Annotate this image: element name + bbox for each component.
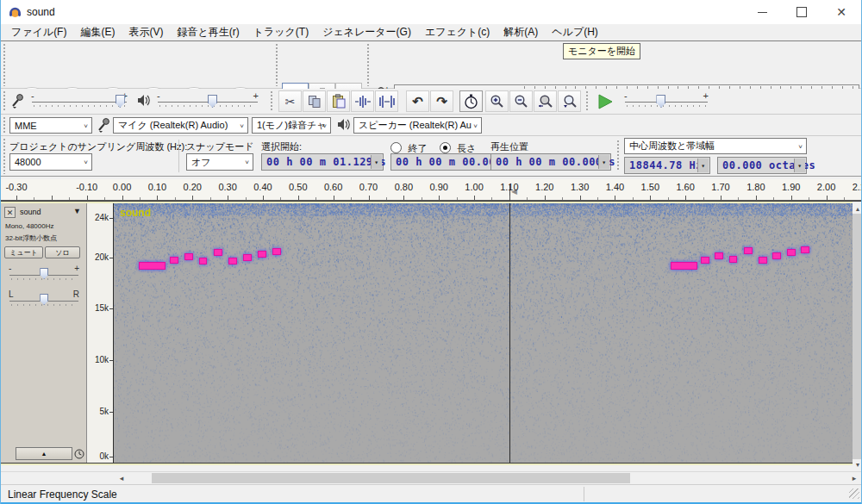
undo-button[interactable]: ↶ [406,90,429,112]
playback-volume-slider[interactable]: - + [158,92,258,109]
horizontal-scrollbar[interactable]: ◂ ▸ [1,471,861,484]
bandwidth-field[interactable]: 00.000 octaves ▾ [717,157,807,174]
timeline-minor-tick [140,197,141,200]
paste-button[interactable] [327,90,350,112]
menu-item-1[interactable]: ファイル(F) [4,24,73,40]
end-radio[interactable] [390,142,402,153]
track-menu-dropdown-icon[interactable]: ▼ [73,207,81,215]
selection-start-field[interactable]: 00 h 00 m 01.129 s ▾ [261,153,384,171]
center-frequency-stepper[interactable]: ▾ [697,159,709,172]
redo-button[interactable]: ↷ [430,90,453,112]
track-gain-slider[interactable]: - + [9,265,78,283]
scroll-up-button[interactable]: ▴ [853,203,862,214]
timeline-tick [756,196,757,200]
input-device-select[interactable]: マイク (Realtek(R) Audio) ˅ [113,117,248,134]
minimize-button[interactable] [742,0,782,24]
timeline-tick [16,196,17,200]
scroll-down-button[interactable]: ▾ [853,459,862,470]
length-radio-label[interactable]: 長さ [457,143,476,153]
zoom-selection-icon [538,94,553,109]
track-collapse-button[interactable]: ▲ [16,447,72,460]
track-name[interactable]: sound [20,208,41,216]
timeline-ruler[interactable]: ◀ -0.30-0.100.000.100.200.300.400.500.60… [1,179,861,201]
copy-button[interactable] [303,90,326,112]
menu-item-7[interactable]: エフェクト(c) [418,24,497,40]
mixer-toolbar-grip[interactable] [3,90,7,112]
menu-item-4[interactable]: 録音と再生(r) [170,24,246,40]
recording-volume-slider[interactable]: - + [32,92,127,109]
scroll-right-button[interactable]: ▸ [848,472,860,484]
end-radio-label[interactable]: 終了 [408,143,427,153]
play-at-speed-button[interactable] [592,90,618,112]
maximize-button[interactable] [782,0,821,24]
project-rate-select[interactable]: 48000 ˅ [9,153,92,171]
selection-start-stepper[interactable]: ▾ [371,155,382,169]
zoom-selection-button[interactable] [534,90,557,112]
timeline-tick-label: 0.20 [184,182,202,192]
input-device-arrow-icon: ˅ [240,121,244,129]
timeline-tick [157,196,158,200]
track-close-button[interactable]: ✕ [4,207,16,218]
solo-button[interactable]: ソロ [45,246,80,258]
timeline-tick-label: 2.00 [817,182,835,192]
play-at-speed-grip[interactable] [585,90,590,112]
edit-toolbar-grip[interactable] [270,90,274,112]
menu-item-9[interactable]: ヘルプ(H) [545,24,605,40]
resize-grip[interactable] [849,488,859,499]
input-channels-select[interactable]: 1(モノ)録音チャ ˅ [252,117,331,134]
track-close-icon: ✕ [7,208,14,217]
selection-toolbar-grip[interactable] [3,138,7,174]
output-device-select[interactable]: スピーカー (Realtek(R) Au ˅ [353,117,482,134]
timeline-minor-tick [562,197,563,200]
frequency-tick-label: 5k [99,407,109,416]
bandwidth-stepper[interactable]: ▾ [794,159,805,172]
vertical-scroll-thumb[interactable] [853,214,862,459]
selection-start-label: 選択開始: [261,140,302,153]
play-position-field[interactable]: 00 h 00 m 00.000 s ▾ [490,153,611,171]
menu-item-5[interactable]: トラック(T) [247,24,315,40]
input-device-mic-icon [97,117,110,133]
timeline-tick-label: 1.10 [500,182,518,192]
timeline-tick-label: 0.00 [113,182,131,192]
scroll-left-button[interactable]: ◂ [116,472,128,484]
center-frequency-field[interactable]: 18844.78 Hz ▾ [624,157,710,174]
menu-item-3[interactable]: 表示(V) [122,24,170,40]
snap-mode-select[interactable]: オフ ˅ [186,153,253,171]
timer-button[interactable] [459,90,483,112]
device-toolbar-grip[interactable] [3,116,7,134]
spectral-mode-select[interactable]: 中心周波数と帯域幅 ˅ [624,138,807,154]
frequency-tick-label: 10k [95,355,109,364]
audio-host-select[interactable]: MME ˅ [9,117,92,134]
track-pan-slider[interactable]: L R [9,291,78,308]
track-format-line1: Mono, 48000Hz [5,222,53,230]
horizontal-scroll-thumb[interactable] [152,473,630,483]
length-radio[interactable] [440,142,451,153]
spectral-toolbar-grip[interactable] [616,140,621,171]
trim-audio-icon [354,95,372,109]
frequency-ruler[interactable]: 24k20k15k10k5k0k [87,203,114,463]
silence-audio-button[interactable] [375,90,398,112]
timeline-tick-label: 1.20 [535,182,553,192]
spectrogram-canvas[interactable] [114,203,853,463]
zoom-fit-button[interactable] [558,90,581,112]
timeline-minor-tick [69,197,70,200]
zoom-in-button[interactable] [485,90,509,112]
scroll-right-icon: ▸ [853,474,857,482]
vertical-scrollbar[interactable]: ▴ ▾ [853,203,862,471]
close-button[interactable]: ✕ [821,0,861,24]
status-divider [584,487,584,501]
recording-volume-mic-icon [11,93,24,109]
zoom-out-button[interactable] [509,90,533,112]
meter-toolbar-grip[interactable] [366,43,371,86]
play-position-stepper[interactable]: ▾ [598,155,609,169]
cut-button[interactable]: ✂ [278,90,302,112]
mute-button[interactable]: ミュート [4,246,43,258]
track-control-panel[interactable]: ✕ sound ▼ Mono, 48000Hz 32-bit浮動小数点 ミュート… [1,203,87,463]
tools-toolbar-grip[interactable] [275,43,279,86]
transport-toolbar-grip[interactable] [3,43,7,86]
menu-item-6[interactable]: ジェネレーター(G) [315,24,418,40]
menu-item-2[interactable]: 編集(E) [73,24,122,40]
play-speed-slider[interactable]: - + [625,92,708,109]
menu-item-8[interactable]: 解析(A) [497,24,545,40]
trim-audio-button[interactable] [351,90,374,112]
